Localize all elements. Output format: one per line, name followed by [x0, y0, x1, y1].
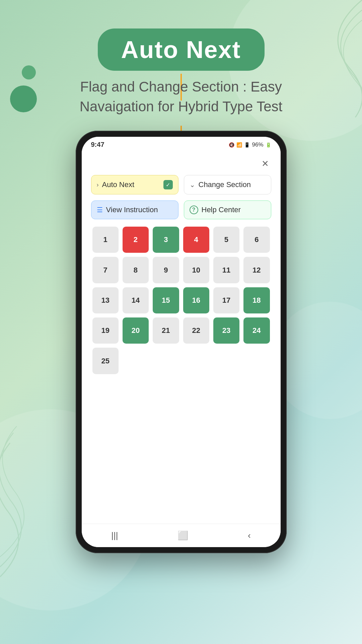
change-section-button[interactable]: ⌄ Change Section	[184, 175, 271, 194]
view-instruction-label: View Instruction	[106, 206, 158, 214]
dot-small	[22, 65, 36, 79]
grid-cell-10[interactable]: 10	[183, 257, 209, 283]
subtitle: Flag and Change Section : Easy Navaigati…	[64, 77, 298, 117]
close-button-row: ✕	[91, 158, 271, 170]
grid-cell-4[interactable]: 4	[183, 227, 209, 253]
battery-icon: 🔋	[266, 142, 271, 148]
grid-cell-6[interactable]: 6	[243, 227, 270, 253]
action-row-2: ☰ View Instruction ? Help Center	[91, 200, 271, 219]
auto-next-button[interactable]: › Auto Next ✓	[91, 175, 178, 194]
battery-text: 96%	[252, 141, 263, 148]
grid-cell-11[interactable]: 11	[213, 257, 239, 283]
grid-cell-5[interactable]: 5	[213, 227, 239, 253]
status-time: 9:47	[91, 141, 104, 149]
status-icons: 🔇 📶 📱 96% 🔋	[229, 141, 271, 148]
grid-cell-12[interactable]: 12	[243, 257, 270, 283]
help-circle-icon: ?	[190, 206, 198, 214]
number-grid: 1234567891011121314151617181920212223242…	[91, 227, 271, 374]
hero-badge-text: Auto Next	[121, 36, 241, 63]
auto-next-check-icon: ✓	[163, 180, 173, 189]
grid-cell-8[interactable]: 8	[123, 257, 149, 283]
phone-outer: 9:47 🔇 📶 📱 96% 🔋 ✕	[76, 131, 287, 553]
grid-cell-2[interactable]: 2	[123, 227, 149, 253]
nav-bar: ||| ⬜ ‹	[82, 524, 281, 547]
wifi-icon: 📶	[236, 142, 242, 148]
grid-cell-24[interactable]: 24	[243, 317, 270, 344]
help-center-label: Help Center	[202, 206, 241, 214]
grid-cell-22[interactable]: 22	[183, 317, 209, 344]
view-instruction-button[interactable]: ☰ View Instruction	[91, 200, 178, 219]
grid-cell-25[interactable]: 25	[92, 348, 119, 374]
auto-next-chevron-icon: ›	[97, 181, 99, 188]
phone-content: ✕ › Auto Next ✓ ⌄ Change Section	[82, 153, 281, 379]
dot-large	[10, 85, 37, 112]
grid-cell-13[interactable]: 13	[92, 287, 119, 313]
grid-cell-3[interactable]: 3	[153, 227, 179, 253]
action-row-1: › Auto Next ✓ ⌄ Change Section	[91, 175, 271, 194]
phone-container: 9:47 🔇 📶 📱 96% 🔋 ✕	[76, 131, 287, 553]
grid-cell-21[interactable]: 21	[153, 317, 179, 344]
change-section-chevron-icon: ⌄	[190, 181, 195, 189]
signal-icon: 📱	[244, 142, 250, 148]
grid-cell-19[interactable]: 19	[92, 317, 119, 344]
grid-cell-18[interactable]: 18	[243, 287, 270, 313]
auto-next-label: Auto Next	[102, 180, 160, 189]
grid-cell-20[interactable]: 20	[123, 317, 149, 344]
status-bar: 9:47 🔇 📶 📱 96% 🔋	[82, 137, 281, 153]
nav-home-icon[interactable]: ⬜	[177, 530, 188, 541]
nav-back-icon[interactable]: ‹	[248, 530, 251, 541]
list-icon: ☰	[97, 206, 103, 214]
change-section-label: Change Section	[199, 180, 251, 189]
help-center-button[interactable]: ? Help Center	[184, 200, 271, 219]
close-icon: ✕	[262, 159, 269, 169]
mute-icon: 🔇	[229, 142, 234, 148]
grid-cell-1[interactable]: 1	[92, 227, 119, 253]
grid-cell-14[interactable]: 14	[123, 287, 149, 313]
nav-menu-icon[interactable]: |||	[111, 530, 118, 541]
phone-inner: 9:47 🔇 📶 📱 96% 🔋 ✕	[82, 137, 281, 547]
grid-cell-15[interactable]: 15	[153, 287, 179, 313]
grid-cell-16[interactable]: 16	[183, 287, 209, 313]
grid-cell-23[interactable]: 23	[213, 317, 239, 344]
close-button[interactable]: ✕	[259, 158, 271, 170]
grid-cell-17[interactable]: 17	[213, 287, 239, 313]
grid-cell-7[interactable]: 7	[92, 257, 119, 283]
grid-cell-9[interactable]: 9	[153, 257, 179, 283]
hero-badge: Auto Next	[98, 28, 265, 71]
